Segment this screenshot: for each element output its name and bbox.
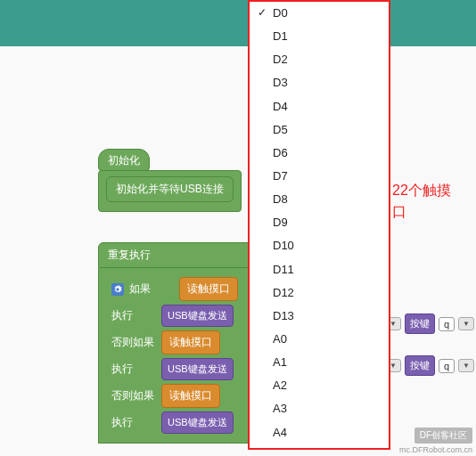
loop-row[interactable]: 否则如果读触摸口 [111, 330, 254, 354]
init-hat-body: 初始化并等待USB连接 [98, 170, 242, 212]
usb-keyboard-send-block[interactable]: USB键盘发送 [161, 358, 234, 380]
pin-option-d9[interactable]: D9 [250, 211, 389, 234]
init-usb-block[interactable]: 初始化并等待USB连接 [106, 176, 234, 202]
init-hat-title: 初始化 [98, 149, 150, 171]
gear-icon[interactable] [111, 283, 124, 296]
loop-row-label: 如果 [129, 281, 174, 297]
forever-loop-body: 如果读触摸口执行USB键盘发送否则如果读触摸口执行USB键盘发送否则如果读触摸口… [98, 268, 259, 444]
pin-option-a0[interactable]: A0 [250, 328, 389, 351]
chevron-down-icon: ▼ [463, 362, 470, 370]
pin-option-d0[interactable]: D0 [250, 2, 389, 25]
watermark-brand: DF创客社区 [414, 428, 472, 444]
init-hat-block[interactable]: 初始化 初始化并等待USB连接 [98, 149, 242, 212]
pin-option-d2[interactable]: D2 [250, 48, 389, 71]
pin-option-d5[interactable]: D5 [250, 118, 389, 142]
usb-keyboard-send-block[interactable]: USB键盘发送 [161, 305, 234, 327]
pin-option-a3[interactable]: A3 [250, 397, 389, 420]
loop-row-label: 执行 [111, 308, 156, 323]
pin-option-d7[interactable]: D7 [250, 165, 389, 188]
loop-row[interactable]: 如果读触摸口 [111, 277, 254, 301]
pin-option-d4[interactable]: D4 [250, 95, 389, 118]
forever-loop-title: 重复执行 [98, 242, 259, 268]
pin-option-d11[interactable]: D11 [250, 258, 389, 281]
loop-row-label: 否则如果 [111, 335, 156, 350]
annotation-text: 22个触摸 口 [392, 180, 451, 223]
key-value-chip[interactable]: q [439, 359, 455, 373]
pin-option-d3[interactable]: D3 [250, 71, 389, 94]
pin-option-a2[interactable]: A2 [250, 374, 389, 397]
key-row[interactable]: ▼ 按键 q ▼ [383, 355, 474, 376]
key-value-chip[interactable]: q [439, 317, 455, 331]
pin-option-d6[interactable]: D6 [250, 142, 389, 165]
pin-option-d1[interactable]: D1 [250, 25, 389, 48]
loop-row[interactable]: 执行USB键盘发送 [111, 358, 254, 380]
loop-row[interactable]: 执行USB键盘发送 [111, 411, 254, 434]
pin-dropdown-menu[interactable]: D0D1D2D3D4D5D6D7D8D9D10D11D12D13A0A1A2A3… [248, 0, 390, 450]
annotation-line1: 22个触摸 [392, 180, 451, 201]
chevron-down-icon: ▼ [463, 320, 470, 328]
block-canvas[interactable]: 初始化 初始化并等待USB连接 重复执行 如果读触摸口执行USB键盘发送否则如果… [0, 46, 476, 456]
key-dropdown[interactable]: ▼ [458, 359, 474, 372]
app-topbar [0, 0, 476, 46]
pin-option-a4[interactable]: A4 [250, 421, 389, 444]
right-key-blocks: ▼ 按键 q ▼ ▼ 按键 q ▼ [383, 314, 474, 376]
loop-row[interactable]: 否则如果读触摸口 [111, 384, 254, 408]
read-touch-block[interactable]: 读触摸口 [161, 384, 220, 408]
pin-option-a1[interactable]: A1 [250, 351, 389, 374]
loop-row-label: 执行 [111, 415, 156, 430]
key-row[interactable]: ▼ 按键 q ▼ [383, 314, 474, 334]
keypress-label: 按键 [405, 314, 435, 334]
pin-option-a5[interactable]: A5 [250, 444, 389, 450]
pin-option-d10[interactable]: D10 [250, 234, 389, 257]
pin-option-d13[interactable]: D13 [250, 305, 389, 328]
chevron-down-icon: ▼ [390, 320, 397, 328]
chevron-down-icon: ▼ [390, 362, 397, 370]
usb-keyboard-send-block[interactable]: USB键盘发送 [161, 411, 234, 434]
watermark-url: mc.DFRobot.com.cn [399, 445, 472, 454]
read-touch-block[interactable]: 读触摸口 [161, 330, 220, 354]
loop-row[interactable]: 执行USB键盘发送 [111, 305, 254, 327]
loop-row-label: 否则如果 [111, 388, 156, 403]
pin-option-d12[interactable]: D12 [250, 281, 389, 305]
annotation-line2: 口 [392, 201, 451, 223]
keypress-label: 按键 [405, 355, 435, 376]
pin-option-d8[interactable]: D8 [250, 188, 389, 211]
forever-loop-block[interactable]: 重复执行 如果读触摸口执行USB键盘发送否则如果读触摸口执行USB键盘发送否则如… [98, 242, 259, 444]
key-dropdown[interactable]: ▼ [458, 317, 474, 330]
loop-row-label: 执行 [111, 362, 156, 377]
read-touch-block[interactable]: 读触摸口 [179, 277, 238, 301]
